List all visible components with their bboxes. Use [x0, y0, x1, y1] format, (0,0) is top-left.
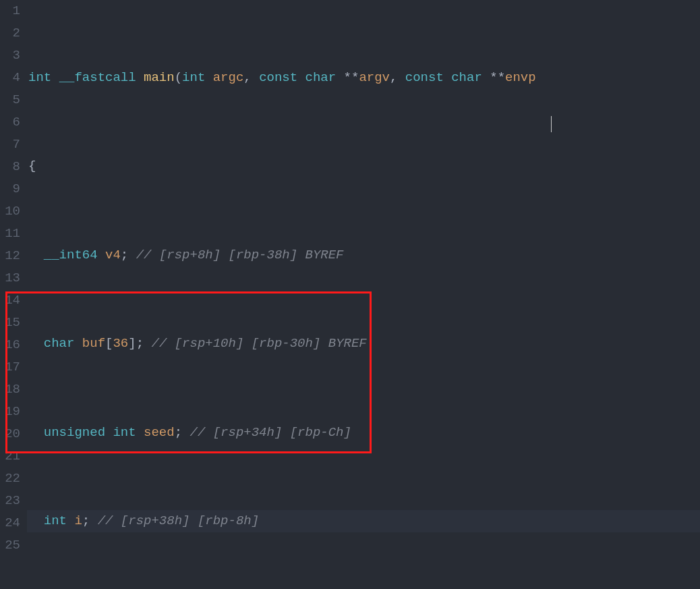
- line-number: 15: [4, 312, 20, 334]
- line-number: 21: [4, 445, 20, 468]
- token-type: const char: [405, 70, 482, 85]
- line-number: 6: [4, 111, 20, 134]
- line-number: 9: [4, 178, 20, 200]
- code-line[interactable]: __int64 v4; // [rsp+8h] [rbp-38h] BYREF: [27, 244, 700, 267]
- line-number: 18: [4, 378, 20, 401]
- token-var: argc: [213, 70, 244, 85]
- text-caret: [551, 116, 552, 132]
- token-var: envp: [505, 70, 536, 85]
- token-comment: // [rsp+34h] [rbp-Ch]: [189, 425, 351, 440]
- line-number: 16: [4, 334, 20, 356]
- line-number: 13: [4, 267, 20, 289]
- line-number: 12: [4, 245, 20, 267]
- token-var: i: [74, 513, 82, 528]
- line-number: 17: [4, 356, 20, 378]
- line-number: 23: [4, 490, 20, 512]
- token-callconv: __fastcall: [59, 70, 136, 85]
- token-type: __int64: [44, 248, 98, 262]
- line-number: 3: [4, 45, 20, 67]
- code-line-current[interactable]: int i; // [rsp+38h] [rbp-8h]: [27, 510, 700, 532]
- token-type: int: [28, 70, 51, 85]
- code-line[interactable]: {: [27, 155, 700, 177]
- code-line[interactable]: unsigned int seed; // [rsp+34h] [rbp-Ch]: [27, 422, 700, 444]
- token-comment: // [rsp+8h] [rbp-38h] BYREF: [136, 248, 344, 262]
- line-number-gutter: 1 2 3 4 5 6 7 8 9 10 11 12 13 14 15 16 1…: [0, 0, 27, 589]
- token-type: int: [44, 513, 67, 528]
- line-number: 4: [4, 67, 20, 89]
- line-number: 20: [4, 423, 20, 445]
- line-number: 1: [4, 0, 20, 22]
- line-number: 8: [4, 156, 20, 178]
- token-func: main: [144, 70, 175, 85]
- code-line[interactable]: int __fastcall main(int argc, const char…: [27, 67, 700, 89]
- line-number: 10: [4, 200, 20, 223]
- token-type: int: [182, 70, 205, 85]
- code-line[interactable]: char buf[36]; // [rsp+10h] [rbp-30h] BYR…: [27, 333, 700, 355]
- line-number: 11: [4, 223, 20, 245]
- token-var: argv: [359, 70, 390, 85]
- line-number: 19: [4, 401, 20, 423]
- line-number: 24: [4, 512, 20, 534]
- code-area[interactable]: int __fastcall main(int argc, const char…: [27, 0, 700, 589]
- token-type: unsigned: [44, 425, 105, 440]
- token-var: v4: [105, 248, 121, 262]
- token-num: 36: [113, 336, 128, 351]
- line-number: 5: [4, 89, 20, 111]
- token-type: const char: [259, 70, 336, 85]
- token-var: seed: [144, 425, 175, 440]
- code-editor[interactable]: 1 2 3 4 5 6 7 8 9 10 11 12 13 14 15 16 1…: [0, 0, 700, 589]
- line-number: 14: [4, 289, 20, 312]
- token-comment: // [rsp+38h] [rbp-8h]: [98, 513, 259, 528]
- line-number: 25: [4, 534, 20, 557]
- line-number: 2: [4, 22, 20, 45]
- token-brace: {: [28, 159, 36, 173]
- token-type: char: [44, 336, 75, 351]
- line-number: 22: [4, 468, 20, 490]
- token-var: buf: [82, 336, 105, 351]
- line-number: 7: [4, 134, 20, 156]
- token-comment: // [rsp+10h] [rbp-30h] BYREF: [151, 336, 366, 351]
- token-type: int: [113, 425, 136, 440]
